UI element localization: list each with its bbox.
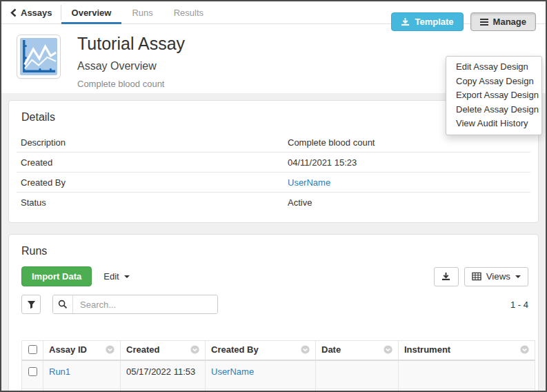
cell-date (316, 360, 399, 389)
runs-grid: Assay ID Created (21, 340, 535, 392)
column-label: Date (321, 344, 341, 355)
export-download-button[interactable] (434, 267, 459, 286)
column-header-assay-id[interactable]: Assay ID (43, 341, 121, 361)
manage-button[interactable]: Manage (470, 12, 536, 31)
edit-label: Edit (103, 271, 119, 282)
caret-down-icon (124, 275, 130, 278)
column-menu-icon[interactable] (384, 345, 392, 354)
page-body: Details Description Complete blood count… (1, 93, 546, 392)
header-actions: Template Manage (391, 12, 536, 31)
chevron-left-icon (10, 8, 17, 17)
tab-runs-label: Runs (132, 8, 152, 18)
back-to-assays-link[interactable]: Assays (1, 1, 61, 23)
column-label: Created By (211, 344, 259, 355)
assay-description: Complete blood count (77, 79, 185, 89)
runs-toolbar-right: Views (434, 267, 528, 286)
runs-toolbar: Import Data Edit (21, 266, 530, 286)
select-all-checkbox[interactable] (28, 345, 37, 354)
back-label: Assays (21, 8, 52, 18)
table-grid-icon (472, 272, 481, 281)
tab-overview-label: Overview (72, 8, 112, 18)
column-menu-icon[interactable] (190, 345, 199, 354)
cell-instrument (399, 360, 535, 389)
runs-filter-toolbar: 1 - 4 (21, 295, 528, 314)
created-by-user-link[interactable]: UserName (211, 366, 254, 377)
download-icon (441, 272, 450, 281)
import-data-button[interactable]: Import Data (21, 266, 92, 286)
cell-created: 04/14/2022 10:21 (121, 389, 206, 392)
menu-item-delete-assay-design[interactable]: Delete Assay Design (446, 103, 541, 117)
line-chart-icon (20, 38, 57, 75)
details-row-created-by: Created By UserName (17, 173, 530, 193)
tab-overview[interactable]: Overview (61, 1, 122, 23)
table-row: Run4 04/14/2022 10:21 UserName (22, 389, 535, 392)
filter-button[interactable] (21, 295, 41, 314)
details-row-created: Created 04/11/2021 15:23 (17, 153, 530, 173)
details-row-status: Status Active (17, 193, 530, 212)
search-group (52, 295, 218, 314)
column-header-created-by[interactable]: Created By (206, 341, 316, 361)
cell-created: 05/17/2022 11:53 (121, 360, 206, 389)
column-label: Instrument (404, 344, 450, 355)
app-window: Assays Overview Runs Results Tutorial As… (0, 0, 547, 392)
search-icon (58, 300, 68, 309)
assay-title-block: Tutorial Assay Assay Overview Complete b… (77, 35, 185, 93)
tab-results[interactable]: Results (163, 1, 214, 23)
search-button[interactable] (53, 295, 73, 313)
select-all-header-cell (22, 341, 43, 361)
column-menu-icon[interactable] (106, 345, 115, 354)
filter-funnel-icon (27, 300, 36, 309)
created-by-user-link[interactable]: UserName (288, 177, 330, 188)
cell-instrument (399, 389, 535, 392)
menu-item-copy-assay-design[interactable]: Copy Assay Design (446, 75, 541, 89)
views-label: Views (486, 271, 510, 282)
column-menu-icon[interactable] (301, 345, 310, 354)
search-input[interactable] (73, 295, 217, 313)
detail-value: Complete blood count (288, 137, 526, 148)
tab-runs[interactable]: Runs (121, 1, 163, 23)
table-row: Run1 05/17/2022 11:53 UserName (22, 360, 535, 389)
page-title: Tutorial Assay (77, 35, 185, 54)
menu-item-export-assay-design[interactable]: Export Assay Design (446, 88, 541, 103)
detail-value: Active (288, 197, 526, 208)
tab-results-label: Results (174, 8, 203, 18)
download-icon (401, 17, 410, 26)
template-button-label: Template (415, 17, 453, 28)
manage-dropdown-menu: Edit Assay Design Copy Assay Design Expo… (446, 56, 542, 135)
row-checkbox[interactable] (28, 367, 37, 376)
column-header-created[interactable]: Created (121, 341, 206, 361)
page-subtitle: Assay Overview (77, 60, 185, 72)
detail-label: Status (21, 197, 288, 208)
runs-panel: Runs Import Data Edit (8, 234, 539, 392)
details-row-description: Description Complete blood count (17, 133, 530, 153)
pagination-counter: 1 - 4 (510, 300, 528, 310)
template-button[interactable]: Template (391, 12, 463, 31)
runs-panel-title: Runs (21, 245, 530, 257)
column-header-instrument[interactable]: Instrument (399, 341, 535, 361)
hamburger-icon (480, 19, 488, 26)
detail-label: Created By (21, 177, 288, 188)
assay-thumbnail (17, 35, 61, 79)
column-header-date[interactable]: Date (316, 341, 399, 361)
import-data-label: Import Data (32, 271, 81, 282)
grid-header-row: Assay ID Created (22, 341, 535, 361)
manage-button-label: Manage (493, 17, 526, 28)
views-dropdown-button[interactable]: Views (464, 267, 528, 286)
row-select-cell (22, 389, 43, 392)
run-link[interactable]: Run1 (49, 366, 70, 377)
row-select-cell (22, 360, 43, 389)
detail-label: Created (21, 157, 288, 168)
edit-dropdown-button[interactable]: Edit (103, 271, 129, 282)
menu-item-edit-assay-design[interactable]: Edit Assay Design (446, 60, 541, 75)
caret-down-icon (515, 275, 521, 278)
menu-item-view-audit-history[interactable]: View Audit History (446, 117, 541, 131)
column-label: Created (126, 344, 159, 355)
column-menu-icon[interactable] (520, 345, 529, 354)
detail-value: 04/11/2021 15:23 (288, 157, 526, 168)
cell-date (316, 389, 399, 392)
detail-label: Description (21, 137, 288, 148)
column-label: Assay ID (49, 344, 87, 355)
